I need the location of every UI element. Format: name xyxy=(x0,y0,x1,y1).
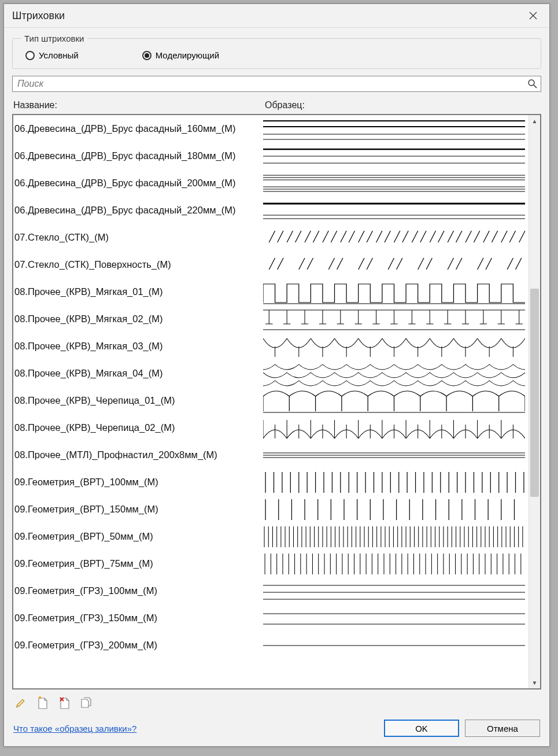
pattern-name: 08.Прочее_(КРВ)_Мягкая_03_(М) xyxy=(14,341,263,352)
pattern-swatch xyxy=(263,388,529,414)
dialog-content: Тип штриховки Условный Моделирующий xyxy=(4,28,549,746)
list-item[interactable]: 08.Прочее_(КРВ)_Мягкая_01_(М) xyxy=(13,278,529,305)
edit-button[interactable] xyxy=(13,695,28,711)
svg-line-62 xyxy=(486,258,492,270)
list-item[interactable]: 08.Прочее_(КРВ)_Мягкая_02_(М) xyxy=(13,305,529,333)
close-button[interactable] xyxy=(522,8,545,24)
list-item[interactable]: 09.Геометрия_(ВРТ)_50мм_(М) xyxy=(13,523,529,550)
svg-line-27 xyxy=(359,231,364,242)
svg-line-52 xyxy=(337,258,343,270)
list-item[interactable]: 06.Древесина_(ДРВ)_Брус фасадный_160мм_(… xyxy=(13,115,529,142)
duplicate-button[interactable] xyxy=(79,695,94,711)
svg-line-34 xyxy=(420,231,426,242)
svg-line-48 xyxy=(278,258,283,270)
list-item[interactable]: 08.Прочее_(КРВ)_Мягкая_04_(М) xyxy=(13,360,529,387)
svg-line-19 xyxy=(287,231,293,242)
pattern-swatch xyxy=(263,225,529,250)
svg-line-28 xyxy=(367,231,372,242)
svg-line-31 xyxy=(394,231,400,242)
svg-line-45 xyxy=(519,231,525,242)
search-icon[interactable] xyxy=(524,76,541,91)
radio-icon xyxy=(25,51,35,60)
pattern-name: 08.Прочее_(КРВ)_Мягкая_01_(М) xyxy=(14,286,263,297)
toolbar xyxy=(12,689,541,715)
list-item[interactable]: 06.Древесина_(ДРВ)_Брус фасадный_200мм_(… xyxy=(13,169,529,197)
pattern-name: 08.Прочее_(КРВ)_Черепица_02_(М) xyxy=(14,422,263,433)
list-item[interactable]: 07.Стекло_(СТК)_(М) xyxy=(13,224,529,251)
pattern-name: 09.Геометрия_(ВРТ)_150мм_(М) xyxy=(14,504,263,515)
list-item[interactable]: 09.Геометрия_(ГРЗ)_150мм_(М) xyxy=(13,604,529,632)
svg-line-57 xyxy=(418,258,424,270)
svg-line-42 xyxy=(492,231,497,242)
svg-line-38 xyxy=(456,231,462,242)
pattern-swatch xyxy=(263,633,529,658)
header-name: Название: xyxy=(13,100,265,110)
radio-symbolic[interactable]: Условный xyxy=(25,50,79,60)
scroll-thumb[interactable] xyxy=(530,289,539,497)
list-item[interactable]: 09.Геометрия_(ГРЗ)_100мм_(М) xyxy=(13,577,529,604)
pattern-swatch xyxy=(263,415,529,441)
pattern-swatch xyxy=(263,171,529,196)
list-item[interactable]: 08.Прочее_(МТЛ)_Профнастил_200х8мм_(М) xyxy=(13,441,529,469)
pattern-list-inner[interactable]: 06.Древесина_(ДРВ)_Брус фасадный_160мм_(… xyxy=(13,115,529,688)
cancel-button[interactable]: Отмена xyxy=(465,720,540,737)
pattern-swatch xyxy=(263,116,529,142)
list-item[interactable]: 06.Древесина_(ДРВ)_Брус фасадный_220мм_(… xyxy=(13,197,529,224)
pattern-swatch xyxy=(263,307,529,332)
svg-point-0 xyxy=(529,80,534,86)
svg-line-54 xyxy=(367,258,372,270)
list-item[interactable]: 09.Геометрия_(ВРТ)_150мм_(М) xyxy=(13,496,529,523)
svg-line-58 xyxy=(426,258,432,270)
pattern-name: 06.Древесина_(ДРВ)_Брус фасадный_200мм_(… xyxy=(14,178,263,189)
pattern-name: 09.Геометрия_(ВРТ)_50мм_(М) xyxy=(14,531,263,542)
list-item[interactable]: 09.Геометрия_(ВРТ)_75мм_(М) xyxy=(13,550,529,577)
svg-line-64 xyxy=(516,258,522,270)
list-item[interactable]: 06.Древесина_(ДРВ)_Брус фасадный_180мм_(… xyxy=(13,142,529,169)
list-headers: Название: Образец: xyxy=(12,98,541,114)
svg-line-24 xyxy=(331,231,337,242)
svg-line-59 xyxy=(448,258,453,270)
delete-button[interactable] xyxy=(57,695,72,711)
ok-button[interactable]: OK xyxy=(384,720,459,737)
list-item[interactable]: 09.Геометрия_(ГРЗ)_200мм_(М) xyxy=(13,632,529,659)
pattern-list: 06.Древесина_(ДРВ)_Брус фасадный_160мм_(… xyxy=(12,114,541,689)
pattern-name: 07.Стекло_(СТК)_Поверхность_(М) xyxy=(14,259,263,270)
list-item[interactable]: 08.Прочее_(КРВ)_Черепица_02_(М) xyxy=(13,414,529,441)
list-item[interactable]: 08.Прочее_(КРВ)_Черепица_01_(М) xyxy=(13,387,529,414)
scrollbar[interactable]: ▲ ▼ xyxy=(529,115,540,688)
radio-model[interactable]: Моделирующий xyxy=(142,50,219,60)
svg-line-18 xyxy=(278,231,283,242)
svg-line-25 xyxy=(341,231,346,242)
svg-line-44 xyxy=(509,231,515,242)
list-item[interactable]: 09.Геометрия_(ВРТ)_100мм_(М) xyxy=(13,469,529,496)
svg-line-56 xyxy=(397,258,402,270)
pattern-name: 07.Стекло_(СТК)_(М) xyxy=(14,232,263,243)
svg-line-37 xyxy=(448,231,453,242)
scroll-down-icon[interactable]: ▼ xyxy=(529,677,540,688)
svg-line-36 xyxy=(438,231,444,242)
scroll-up-icon[interactable]: ▲ xyxy=(529,115,540,127)
radio-icon xyxy=(142,51,151,60)
list-item[interactable]: 08.Прочее_(КРВ)_Мягкая_03_(М) xyxy=(13,333,529,360)
new-button[interactable] xyxy=(35,695,50,711)
pattern-name: 09.Геометрия_(ГРЗ)_100мм_(М) xyxy=(14,585,263,596)
radio-symbolic-label: Условный xyxy=(39,50,79,60)
header-sample: Образец: xyxy=(265,100,540,110)
svg-line-63 xyxy=(507,258,513,270)
pattern-name: 08.Прочее_(КРВ)_Черепица_01_(М) xyxy=(14,395,263,406)
pattern-name: 06.Древесина_(ДРВ)_Брус фасадный_180мм_(… xyxy=(14,150,263,161)
pattern-swatch xyxy=(263,198,529,223)
svg-line-17 xyxy=(269,231,275,242)
help-link[interactable]: Что такое «образец заливки»? xyxy=(13,724,136,733)
svg-line-47 xyxy=(269,258,275,270)
search-input[interactable] xyxy=(13,76,524,91)
pattern-swatch xyxy=(263,551,529,577)
pattern-swatch xyxy=(263,143,529,169)
dialog-title: Штриховки xyxy=(12,10,65,22)
search-box xyxy=(12,76,541,92)
pattern-name: 09.Геометрия_(ВРТ)_75мм_(М) xyxy=(14,558,263,569)
svg-line-41 xyxy=(483,231,489,242)
list-item[interactable]: 07.Стекло_(СТК)_Поверхность_(М) xyxy=(13,251,529,278)
pattern-swatch xyxy=(263,606,529,631)
titlebar: Штриховки xyxy=(4,4,549,28)
